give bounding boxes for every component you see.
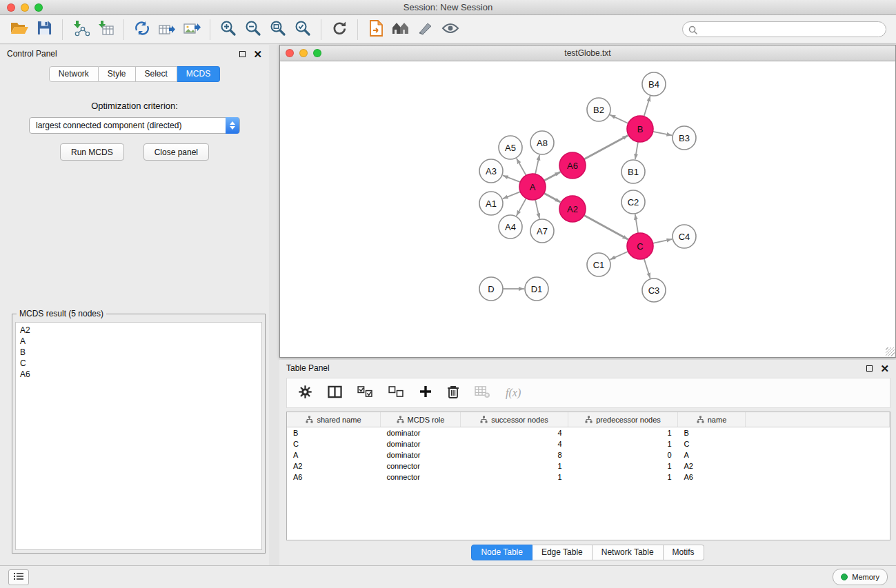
network-edge-A6-B[interactable] bbox=[584, 136, 628, 159]
network-window-titlebar[interactable]: testGlobe.txt bbox=[280, 45, 895, 61]
table-cell[interactable]: 4 bbox=[461, 438, 568, 449]
table-cell[interactable]: 8 bbox=[461, 449, 568, 460]
network-edge-A2-C[interactable] bbox=[584, 215, 628, 239]
create-column-button[interactable] bbox=[419, 385, 432, 401]
resize-grip[interactable] bbox=[886, 347, 895, 356]
table-cell[interactable]: A6 bbox=[678, 472, 746, 483]
table-cell[interactable]: C bbox=[287, 438, 381, 449]
table-row[interactable]: A2connector11A2 bbox=[287, 460, 890, 472]
network-node-A8[interactable]: A8 bbox=[530, 131, 554, 154]
table-cell[interactable]: dominator bbox=[381, 438, 461, 449]
optimization-criterion-select[interactable]: largest connected component (directed) bbox=[29, 117, 240, 134]
task-history-button[interactable] bbox=[8, 569, 29, 585]
network-canvas[interactable]: B4B2BB3A5A8A6A3B1AC2A1A2A4A7C4CC1DD1C3 bbox=[280, 61, 895, 357]
network-edge-B-B4[interactable] bbox=[644, 96, 650, 116]
network-node-A7[interactable]: A7 bbox=[530, 219, 554, 243]
export-table-button[interactable] bbox=[155, 19, 179, 41]
table-cell[interactable]: connector bbox=[381, 472, 461, 483]
table-cell[interactable]: dominator bbox=[381, 449, 461, 460]
zoom-in-button[interactable] bbox=[216, 19, 241, 41]
close-window-button[interactable] bbox=[7, 3, 15, 12]
tab-motifs[interactable]: Motifs bbox=[664, 545, 704, 560]
delete-table-button[interactable] bbox=[475, 385, 490, 401]
network-node-C1[interactable]: C1 bbox=[587, 253, 610, 276]
tab-select[interactable]: Select bbox=[136, 66, 177, 82]
table-cell[interactable]: B bbox=[287, 427, 381, 439]
column-header-MCDS-role[interactable]: MCDS role bbox=[381, 412, 461, 427]
tab-edge-table[interactable]: Edge Table bbox=[532, 545, 593, 560]
network-node-B3[interactable]: B3 bbox=[673, 126, 696, 150]
network-svg[interactable]: B4B2BB3A5A8A6A3B1AC2A1A2A4A7C4CC1DD1C3 bbox=[280, 61, 895, 357]
minimize-window-button[interactable] bbox=[21, 3, 29, 12]
table-cell[interactable]: connector bbox=[381, 460, 461, 472]
network-edge-A-A2[interactable] bbox=[544, 193, 561, 202]
table-cell[interactable]: dominator bbox=[381, 427, 461, 439]
network-node-B4[interactable]: B4 bbox=[642, 72, 666, 96]
table-cell[interactable]: C bbox=[678, 438, 746, 449]
toggle-columns-button[interactable] bbox=[328, 385, 342, 401]
table-cell[interactable]: A2 bbox=[287, 460, 381, 472]
network-edge-A-A1[interactable] bbox=[503, 192, 521, 199]
table-cell[interactable]: 1 bbox=[568, 427, 678, 439]
function-builder-button[interactable]: f(x) bbox=[506, 387, 521, 399]
network-node-B[interactable]: B bbox=[627, 116, 653, 142]
close-panel-icon[interactable]: ✕ bbox=[253, 49, 262, 59]
network-node-A4[interactable]: A4 bbox=[499, 215, 522, 239]
network-edge-A-A6[interactable] bbox=[544, 172, 561, 181]
table-cell[interactable]: A6 bbox=[287, 472, 381, 483]
zoom-selected-button[interactable] bbox=[290, 19, 315, 41]
table-cell[interactable]: A bbox=[678, 449, 746, 460]
delete-column-button[interactable] bbox=[447, 385, 459, 401]
mcds-result-item[interactable]: A bbox=[16, 336, 261, 347]
table-row[interactable]: Bdominator41B bbox=[287, 427, 890, 439]
network-node-A[interactable]: A bbox=[519, 174, 546, 200]
network-node-A2[interactable]: A2 bbox=[559, 196, 586, 222]
network-node-A1[interactable]: A1 bbox=[479, 192, 503, 215]
table-cell[interactable]: 4 bbox=[461, 427, 568, 439]
zoom-out-button[interactable] bbox=[241, 19, 266, 41]
network-node-C4[interactable]: C4 bbox=[673, 225, 696, 248]
mcds-result-item[interactable]: C bbox=[16, 358, 261, 369]
column-header-name[interactable]: name bbox=[678, 412, 746, 427]
table-cell[interactable]: 1 bbox=[568, 460, 678, 472]
zoom-network-window-button[interactable] bbox=[313, 49, 321, 57]
network-edge-B-B2[interactable] bbox=[610, 115, 628, 123]
table-cell[interactable]: A bbox=[287, 449, 381, 460]
export-network-button[interactable] bbox=[130, 19, 155, 41]
run-mcds-button[interactable]: Run MCDS bbox=[60, 143, 124, 161]
close-network-window-button[interactable] bbox=[286, 49, 294, 57]
network-node-A3[interactable]: A3 bbox=[479, 159, 503, 183]
network-edge-C-C3[interactable] bbox=[644, 258, 650, 278]
float-panel-icon[interactable] bbox=[239, 51, 246, 57]
import-table-button[interactable] bbox=[93, 19, 118, 41]
network-edge-B-B3[interactable] bbox=[653, 132, 673, 136]
import-network-button[interactable] bbox=[68, 19, 93, 41]
mcds-result-item[interactable]: A2 bbox=[16, 325, 261, 336]
column-header-shared-name[interactable]: shared name bbox=[287, 412, 381, 427]
network-node-D1[interactable]: D1 bbox=[525, 277, 548, 301]
first-neighbors-button[interactable] bbox=[388, 19, 413, 41]
network-node-A5[interactable]: A5 bbox=[499, 136, 522, 159]
tab-network[interactable]: Network bbox=[49, 66, 99, 82]
network-node-B1[interactable]: B1 bbox=[621, 160, 645, 183]
zoom-fit-button[interactable] bbox=[266, 19, 290, 41]
network-node-A6[interactable]: A6 bbox=[559, 152, 586, 179]
select-all-button[interactable] bbox=[357, 386, 373, 401]
float-panel-icon[interactable] bbox=[866, 365, 873, 372]
tab-network-table[interactable]: Network Table bbox=[593, 545, 664, 560]
tab-mcds[interactable]: MCDS bbox=[177, 66, 220, 82]
table-cell[interactable]: 1 bbox=[568, 472, 678, 483]
search-input[interactable] bbox=[682, 21, 886, 37]
network-edge-A-A7[interactable] bbox=[535, 200, 539, 219]
network-node-D[interactable]: D bbox=[479, 277, 503, 301]
table-row[interactable]: A6connector11A6 bbox=[287, 472, 890, 483]
table-cell[interactable]: 1 bbox=[461, 472, 568, 483]
table-cell[interactable]: 0 bbox=[568, 449, 678, 460]
network-node-C[interactable]: C bbox=[627, 233, 653, 259]
table-cell[interactable]: A2 bbox=[678, 460, 746, 472]
apply-layout-button[interactable] bbox=[327, 19, 352, 41]
save-session-button[interactable] bbox=[32, 19, 57, 41]
network-edge-A-A4[interactable] bbox=[517, 199, 526, 216]
network-edge-C-C1[interactable] bbox=[610, 252, 628, 260]
memory-button[interactable]: Memory bbox=[833, 569, 888, 585]
